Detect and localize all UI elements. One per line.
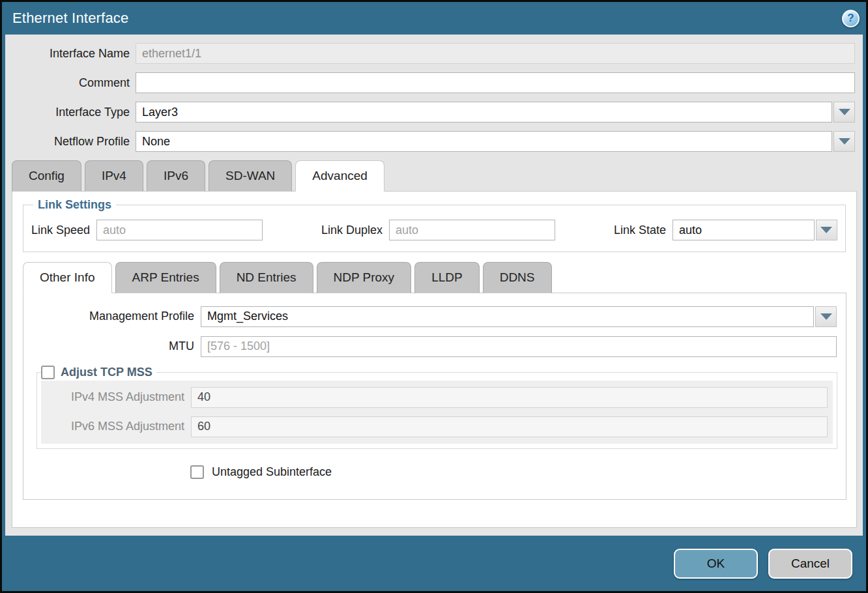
subtab-other-info[interactable]: Other Info: [23, 262, 112, 293]
ipv6-mss-field-wrap: [191, 416, 828, 437]
management-profile-row: Management Profile Mgmt_Services: [23, 306, 837, 327]
adjust-tcp-mss-legend-text: Adjust TCP MSS: [61, 366, 152, 379]
link-state-dropdown-button[interactable]: [816, 220, 837, 240]
link-settings-row: Link Speed Link Duplex Link State auto: [31, 220, 837, 240]
interface-type-row: Interface Type Layer3: [5, 102, 855, 123]
link-settings-fieldset: Link Settings Link Speed Link Duplex Lin…: [23, 198, 846, 252]
subtab-nd-entries[interactable]: ND Entries: [220, 262, 313, 293]
advanced-tab-panel: Link Settings Link Speed Link Duplex Lin…: [12, 191, 857, 528]
management-profile-dropdown-button[interactable]: [815, 306, 837, 327]
subtab-lldp[interactable]: LLDP: [414, 262, 480, 293]
subtab-ndp-proxy[interactable]: NDP Proxy: [317, 262, 412, 293]
comment-field-wrap: [136, 72, 855, 93]
subtab-ddns[interactable]: DDNS: [483, 262, 552, 293]
link-state-label: Link State: [614, 224, 673, 237]
tab-config[interactable]: Config: [12, 160, 81, 192]
netflow-profile-dropdown-button[interactable]: [833, 131, 855, 152]
dialog-body: Interface Name Comment Interface Type La…: [5, 35, 863, 536]
management-profile-label: Management Profile: [23, 310, 201, 323]
adjust-tcp-mss-legend: Adjust TCP MSS: [41, 366, 156, 379]
untagged-subinterface-checkbox[interactable]: [190, 465, 204, 479]
adjust-tcp-mss-checkbox[interactable]: [41, 366, 55, 379]
mtu-label: MTU: [23, 340, 201, 353]
interface-type-dropdown[interactable]: Layer3: [136, 102, 855, 123]
interface-name-input: [136, 43, 855, 64]
help-icon[interactable]: ?: [842, 10, 860, 27]
management-profile-value: Mgmt_Services: [201, 306, 814, 327]
subtab-arp-entries[interactable]: ARP Entries: [115, 262, 216, 293]
link-duplex-input[interactable]: [389, 220, 555, 240]
link-duplex-group: Link Duplex: [321, 220, 555, 240]
netflow-profile-row: Netflow Profile None: [5, 131, 855, 152]
ipv4-mss-field-wrap: [191, 387, 828, 408]
link-speed-label: Link Speed: [31, 224, 96, 237]
dialog-title: Ethernet Interface: [12, 10, 128, 27]
dialog-footer: OK Cancel: [2, 536, 866, 591]
link-duplex-label: Link Duplex: [321, 224, 389, 237]
mss-panel: IPv4 MSS Adjustment IPv6 MSS Adjustment: [41, 381, 833, 444]
mtu-row: MTU: [23, 336, 837, 357]
interface-name-field-wrap: [136, 43, 855, 64]
main-tab-strip: Config IPv4 IPv6 SD-WAN Advanced: [5, 160, 863, 192]
management-profile-dropdown[interactable]: Mgmt_Services: [201, 306, 837, 327]
mtu-input[interactable]: [201, 336, 837, 357]
untagged-subinterface-row: Untagged Subinterface: [190, 465, 846, 479]
link-speed-input[interactable]: [96, 220, 263, 240]
netflow-profile-label: Netflow Profile: [5, 135, 136, 149]
caret-down-icon: [839, 109, 850, 115]
ipv4-mss-input: [191, 387, 828, 408]
tab-sd-wan[interactable]: SD-WAN: [209, 160, 292, 192]
ipv6-mss-row: IPv6 MSS Adjustment: [41, 416, 828, 437]
tab-ipv6[interactable]: IPv6: [147, 160, 205, 192]
interface-name-row: Interface Name: [5, 43, 855, 64]
ipv6-mss-input: [191, 416, 828, 437]
title-bar: Ethernet Interface ?: [2, 2, 866, 35]
interface-type-value: Layer3: [136, 102, 832, 123]
caret-down-icon: [839, 138, 850, 145]
dialog-frame: Ethernet Interface ? Interface Name Comm…: [2, 2, 866, 591]
interface-name-label: Interface Name: [5, 47, 136, 61]
help-icon-glyph: ?: [847, 12, 854, 25]
netflow-profile-value: None: [136, 131, 832, 152]
cancel-button[interactable]: Cancel: [768, 549, 852, 579]
caret-down-icon: [820, 313, 832, 320]
ethernet-interface-dialog: Ethernet Interface ? Interface Name Comm…: [0, 0, 868, 593]
tab-advanced[interactable]: Advanced: [295, 160, 384, 192]
untagged-subinterface-label: Untagged Subinterface: [212, 465, 332, 479]
link-state-value: auto: [673, 220, 815, 240]
link-speed-group: Link Speed: [31, 220, 263, 240]
comment-label: Comment: [5, 76, 136, 90]
ok-button[interactable]: OK: [674, 549, 758, 579]
caret-down-icon: [820, 227, 832, 233]
other-info-panel: Management Profile Mgmt_Services MTU: [23, 293, 846, 500]
link-settings-legend: Link Settings: [33, 198, 116, 212]
sub-tab-strip: Other Info ARP Entries ND Entries NDP Pr…: [12, 262, 856, 293]
comment-row: Comment: [5, 72, 855, 93]
interface-type-dropdown-button[interactable]: [833, 102, 855, 123]
comment-input[interactable]: [136, 72, 855, 93]
ipv4-mss-label: IPv4 MSS Adjustment: [41, 390, 191, 404]
ipv4-mss-row: IPv4 MSS Adjustment: [41, 386, 828, 408]
adjust-tcp-mss-fieldset: Adjust TCP MSS IPv4 MSS Adjustment IPv6 …: [36, 366, 837, 449]
link-state-group: Link State auto: [614, 220, 837, 240]
interface-type-label: Interface Type: [5, 106, 136, 119]
link-state-dropdown[interactable]: auto: [673, 220, 837, 240]
mtu-field-wrap: [201, 336, 837, 357]
ipv6-mss-label: IPv6 MSS Adjustment: [41, 420, 191, 433]
tab-ipv4[interactable]: IPv4: [85, 160, 143, 192]
netflow-profile-dropdown[interactable]: None: [136, 131, 855, 152]
